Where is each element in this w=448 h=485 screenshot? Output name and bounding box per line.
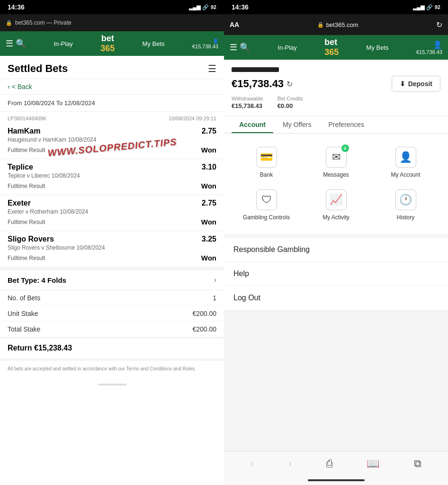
back-label: < Back <box>12 83 32 90</box>
tab-account[interactable]: Account <box>232 116 273 133</box>
right-time: 14:36 <box>232 3 249 11</box>
bet-type-label: Bet Type: 4 Folds <box>8 276 66 284</box>
left-menu-icon[interactable]: ☰ 🔍 <box>6 38 26 49</box>
selection-2: Teplice 3.10 Teplice v Liberec 10/08/202… <box>0 159 224 195</box>
grid-item-my-account[interactable]: 👤 My Account <box>371 141 440 184</box>
unit-stake-row: Unit Stake €200.00 <box>0 306 224 322</box>
right-nav-bar[interactable]: ☰ 🔍 In-Play bet 365 My Bets 👤 €15,738.43 <box>224 35 448 60</box>
selection-1-name: HamKam <box>8 127 40 135</box>
nav-bookmarks-button[interactable]: 📖 <box>363 454 383 474</box>
left-status-icons: ▂▄▆ 🔗 92 <box>189 4 216 10</box>
account-grid: 💳 Bank ✉ 0 Messages 👤 My Account 🛡 Gambl… <box>224 134 448 238</box>
right-menu-icon[interactable]: ☰ 🔍 <box>230 42 250 53</box>
left-page-title: Settled Bets <box>8 63 68 75</box>
messages-label: Messages <box>323 171 349 178</box>
menu-item-responsible-gambling[interactable]: Responsible Gambling <box>224 238 448 262</box>
right-in-play[interactable]: In-Play <box>278 44 296 51</box>
logo-bet: bet <box>101 34 114 43</box>
left-logo[interactable]: bet 365 <box>100 34 115 54</box>
left-account-icon[interactable]: 👤 €15,738.43 <box>192 38 218 49</box>
bank-label: Bank <box>260 171 273 178</box>
withdrawable-amount: €15,738.43 <box>232 102 262 109</box>
refresh-icon[interactable]: ↻ <box>287 80 293 89</box>
right-logo-bet: bet <box>324 37 337 47</box>
selection-4-market: Fulltime Result <box>8 255 45 261</box>
tab-preferences[interactable]: Preferences <box>321 116 371 133</box>
gambling-controls-label: Gambling Controls <box>243 214 290 221</box>
right-background-area <box>224 310 448 451</box>
right-url: bet365.com <box>326 21 358 28</box>
selection-2-name: Teplice <box>8 163 33 171</box>
messages-badge: 0 <box>341 144 349 152</box>
total-stake-row: Total Stake €200.00 <box>0 322 224 337</box>
right-signal-icon: ▂▄▆ <box>413 4 424 10</box>
scroll-indicator <box>98 384 126 386</box>
selection-3-name: Exeter <box>8 199 31 207</box>
bet-credits-amount: €0.00 <box>278 102 293 109</box>
right-lock-icon: 🔒 <box>317 22 324 28</box>
aa-bar: AA 🔒 bet365.com ↻ <box>224 14 448 35</box>
right-wifi-icon: 🔗 <box>426 4 433 10</box>
total-stake-label: Total Stake <box>8 325 40 333</box>
account-header: €15,738.43 ↻ ⬇ Deposit Withdrawable €15,… <box>224 60 448 116</box>
left-time: 14:36 <box>8 3 25 11</box>
return-label: Return €15,238.43 <box>8 344 72 352</box>
back-chevron-icon: ‹ <box>8 83 10 90</box>
grid-item-history[interactable]: 🕐 History <box>371 184 440 226</box>
nav-forward-button[interactable]: › <box>285 454 296 474</box>
right-account-icon[interactable]: 👤 €15,738.43 <box>416 40 442 55</box>
left-hamburger-icon[interactable]: ☰ <box>208 63 216 74</box>
menu-item-logout[interactable]: Log Out <box>224 286 448 310</box>
selection-2-result: Won <box>201 182 216 190</box>
selection-4-odds: 3.25 <box>202 235 216 243</box>
selection-1: HamKam 2.75 Haugesund v HamKam 10/08/202… <box>0 123 224 159</box>
deposit-button[interactable]: ⬇ Deposit <box>392 76 440 92</box>
bet-ref-row: LP3801448409K 10/08/2024 09:29:11 <box>0 112 224 123</box>
wifi-icon: 🔗 <box>202 4 209 10</box>
left-back-link[interactable]: ‹ < Back <box>0 79 224 95</box>
grid-item-bank[interactable]: 💳 Bank <box>232 141 301 184</box>
bank-icon: 💳 <box>256 147 277 168</box>
left-nav-bar[interactable]: ☰ 🔍 In-Play bet 365 My Bets 👤 €15,738.43 <box>0 31 224 56</box>
nav-back-button[interactable]: ‹ <box>247 454 258 474</box>
history-label: History <box>397 214 414 221</box>
left-url: bet365.com — Private <box>15 19 72 26</box>
my-account-icon: 👤 <box>395 147 416 168</box>
left-my-bets[interactable]: My Bets <box>143 40 165 47</box>
aa-url-container[interactable]: 🔒 bet365.com <box>317 21 358 28</box>
selection-4-result: Won <box>201 254 216 262</box>
right-battery: 92 <box>435 4 440 10</box>
footer-text: All bets are accepted and settled in acc… <box>0 361 224 377</box>
grid-item-messages[interactable]: ✉ 0 Messages <box>301 141 371 184</box>
left-lock-icon: 🔒 <box>6 20 12 26</box>
reload-button[interactable]: ↻ <box>436 20 442 29</box>
right-logo[interactable]: bet 365 <box>324 37 339 57</box>
right-status-icons: ▂▄▆ 🔗 92 <box>413 4 440 10</box>
balance-amount: €15,738.43 <box>232 78 284 90</box>
account-tabs[interactable]: Account My Offers Preferences <box>224 116 448 134</box>
nav-share-button[interactable]: ⎙ <box>323 454 336 474</box>
nav-tabs-button[interactable]: ⧉ <box>410 454 425 474</box>
right-panel: 14:36 ▂▄▆ 🔗 92 AA 🔒 bet365.com ↻ ☰ 🔍 In-… <box>224 0 448 485</box>
right-my-bets[interactable]: My Bets <box>367 44 389 51</box>
grid-item-gambling-controls[interactable]: 🛡 Gambling Controls <box>232 184 301 226</box>
left-in-play[interactable]: In-Play <box>54 40 72 47</box>
messages-icon: ✉ 0 <box>326 147 347 168</box>
selection-4-match: Sligo Rovers v Shelbourne 10/08/2024 <box>0 243 224 252</box>
grid-item-my-activity[interactable]: 📈 My Activity <box>301 184 371 226</box>
battery-indicator: 92 <box>211 4 216 10</box>
selection-2-odds: 3.10 <box>202 163 216 171</box>
menu-item-help[interactable]: Help <box>224 262 448 286</box>
history-icon: 🕐 <box>395 189 416 210</box>
bet-type-row[interactable]: Bet Type: 4 Folds › <box>0 269 224 290</box>
right-logo-365: 365 <box>324 47 339 57</box>
tab-my-offers[interactable]: My Offers <box>275 116 319 133</box>
selection-1-result: Won <box>201 146 216 154</box>
gambling-controls-icon: 🛡 <box>256 189 277 210</box>
account-masked-field <box>232 67 279 72</box>
aa-text: AA <box>230 21 239 28</box>
left-browser-bar: 🔒 bet365.com — Private <box>0 14 224 31</box>
return-row: Return €15,238.43 <box>0 337 224 361</box>
balance-display: €15,738.43 ↻ <box>232 78 293 90</box>
my-activity-icon: 📈 <box>326 189 347 210</box>
